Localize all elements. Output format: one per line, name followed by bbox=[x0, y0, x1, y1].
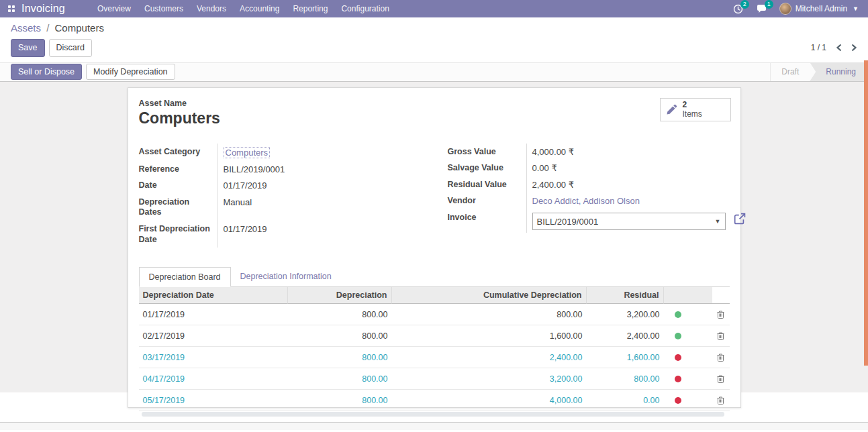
label-invoice: Invoice bbox=[448, 209, 526, 233]
table-row[interactable]: 05/17/2019800.004,000.000.00 bbox=[139, 390, 730, 411]
invoice-select[interactable]: BILL/2019/0001 ▼ bbox=[532, 213, 726, 230]
draft-status-dot bbox=[675, 397, 681, 404]
tab-depreciation-board[interactable]: Depreciation Board bbox=[139, 267, 231, 287]
control-panel: Assets / Computers Save Discard 1 / 1 bbox=[0, 17, 868, 62]
items-count: 2 bbox=[683, 100, 702, 109]
delete-row-button[interactable] bbox=[712, 390, 730, 411]
cell-spacer bbox=[692, 368, 712, 389]
vendor-link[interactable]: Deco Addict, Addison Olson bbox=[532, 196, 640, 206]
header-residual[interactable]: Residual bbox=[587, 287, 664, 304]
cell-cumulative-depreciation[interactable]: 1,600.00 bbox=[392, 325, 587, 346]
app-title[interactable]: Invoicing bbox=[21, 3, 65, 15]
cell-depreciation-date[interactable]: 01/17/2019 bbox=[139, 304, 288, 325]
pencil-icon bbox=[666, 104, 677, 115]
cell-residual[interactable]: 1,600.00 bbox=[587, 347, 664, 368]
cell-spacer bbox=[692, 325, 712, 346]
pager-next-icon[interactable] bbox=[851, 44, 857, 52]
breadcrumb-assets-link[interactable]: Assets bbox=[11, 22, 41, 34]
field-area: Asset Category Computers Reference BILL/… bbox=[139, 144, 730, 248]
status-step-running[interactable]: Running bbox=[810, 62, 868, 81]
menu-accounting[interactable]: Accounting bbox=[233, 0, 286, 17]
table-row[interactable]: 02/17/2019800.001,600.002,400.00 bbox=[139, 325, 730, 347]
vertical-scrollbar-thumb[interactable] bbox=[864, 60, 868, 366]
menu-configuration[interactable]: Configuration bbox=[334, 0, 395, 17]
main-menu: Overview Customers Vendors Accounting Re… bbox=[91, 0, 396, 17]
table-body: 01/17/2019800.00800.003,200.0002/17/2019… bbox=[139, 304, 730, 411]
messages-badge: 1 bbox=[765, 0, 773, 9]
menu-customers[interactable]: Customers bbox=[138, 0, 190, 17]
header-cumulative-depreciation[interactable]: Cumulative Depreciation bbox=[392, 287, 587, 304]
user-menu[interactable]: Mitchell Admin ▼ bbox=[775, 3, 863, 15]
breadcrumb-current: Computers bbox=[55, 22, 104, 34]
cell-depreciation-date[interactable]: 03/17/2019 bbox=[139, 347, 288, 368]
activity-clock-icon[interactable]: 2 bbox=[728, 3, 749, 15]
cell-cumulative-depreciation[interactable]: 2,400.00 bbox=[392, 347, 587, 368]
table-row[interactable]: 04/17/2019800.003,200.00800.00 bbox=[139, 368, 730, 390]
pager-previous-icon[interactable] bbox=[836, 44, 842, 52]
horizontal-scrollbar[interactable] bbox=[142, 412, 724, 417]
cell-cumulative-depreciation[interactable]: 800.00 bbox=[392, 304, 587, 325]
gross-value[interactable]: 4,000.00 ₹ bbox=[526, 144, 746, 160]
menu-reporting[interactable]: Reporting bbox=[286, 0, 334, 17]
page-bottom-divider bbox=[0, 422, 868, 430]
messages-icon[interactable]: 1 bbox=[751, 3, 773, 15]
cell-status bbox=[664, 390, 692, 411]
first-depreciation-date-value[interactable]: 01/17/2019 bbox=[218, 221, 434, 248]
cell-depreciation[interactable]: 800.00 bbox=[288, 390, 392, 411]
depreciation-dates-value[interactable]: Manual bbox=[218, 194, 434, 221]
asset-name-title[interactable]: Computers bbox=[139, 109, 730, 127]
cell-spacer bbox=[692, 347, 712, 368]
cell-depreciation-date[interactable]: 05/17/2019 bbox=[139, 390, 288, 411]
header-depreciation[interactable]: Depreciation bbox=[288, 287, 392, 304]
user-avatar bbox=[779, 3, 791, 15]
cell-depreciation-date[interactable]: 02/17/2019 bbox=[139, 325, 288, 346]
menu-overview[interactable]: Overview bbox=[91, 0, 138, 17]
apps-grid-icon[interactable] bbox=[8, 5, 15, 12]
invoice-value: BILL/2019/0001 bbox=[537, 217, 599, 227]
sell-or-dispose-button[interactable]: Sell or Dispose bbox=[11, 64, 82, 80]
header-depreciation-date[interactable]: Depreciation Date bbox=[139, 287, 288, 304]
cell-depreciation-date[interactable]: 04/17/2019 bbox=[139, 368, 288, 389]
trash-icon bbox=[717, 396, 724, 404]
tab-depreciation-information[interactable]: Depreciation Information bbox=[231, 267, 341, 287]
items-smart-button[interactable]: 2 Items bbox=[660, 98, 731, 121]
delete-row-button[interactable] bbox=[712, 325, 730, 346]
cell-depreciation[interactable]: 800.00 bbox=[288, 325, 392, 346]
delete-row-button[interactable] bbox=[712, 347, 730, 368]
menu-vendors[interactable]: Vendors bbox=[190, 0, 233, 17]
asset-form-sheet: Asset Name Computers 2 Items Asset Categ… bbox=[128, 87, 741, 408]
trash-icon bbox=[717, 353, 724, 362]
external-link-icon[interactable] bbox=[734, 213, 746, 225]
save-button[interactable]: Save bbox=[11, 39, 45, 57]
cell-depreciation[interactable]: 800.00 bbox=[288, 304, 392, 325]
navbar-right: 2 1 Mitchell Admin ▼ bbox=[728, 3, 863, 15]
trash-icon bbox=[717, 331, 724, 340]
delete-row-button[interactable] bbox=[712, 368, 730, 389]
trash-icon bbox=[717, 310, 724, 319]
posted-status-dot bbox=[675, 333, 681, 339]
table-row[interactable]: 01/17/2019800.00800.003,200.00 bbox=[139, 304, 730, 325]
cell-status bbox=[664, 347, 692, 368]
status-step-draft[interactable]: Draft bbox=[770, 62, 810, 81]
draft-status-dot bbox=[675, 376, 681, 382]
user-name: Mitchell Admin bbox=[795, 4, 847, 13]
residual-value[interactable]: 2,400.00 ₹ bbox=[526, 176, 746, 193]
delete-row-button[interactable] bbox=[712, 304, 730, 325]
cell-residual[interactable]: 800.00 bbox=[587, 368, 664, 389]
table-row[interactable]: 03/17/2019800.002,400.001,600.00 bbox=[139, 347, 730, 368]
cell-depreciation[interactable]: 800.00 bbox=[288, 368, 392, 389]
cell-cumulative-depreciation[interactable]: 3,200.00 bbox=[392, 368, 587, 389]
cell-depreciation[interactable]: 800.00 bbox=[288, 347, 392, 368]
cell-residual[interactable]: 0.00 bbox=[587, 390, 664, 411]
main-content: Asset Name Computers 2 Items Asset Categ… bbox=[0, 82, 868, 392]
reference-value[interactable]: BILL/2019/0001 bbox=[218, 161, 434, 178]
date-value[interactable]: 01/17/2019 bbox=[218, 177, 434, 194]
cell-cumulative-depreciation[interactable]: 4,000.00 bbox=[392, 390, 587, 411]
cell-residual[interactable]: 3,200.00 bbox=[587, 304, 664, 325]
salvage-value[interactable]: 0.00 ₹ bbox=[526, 160, 746, 176]
label-reference: Reference bbox=[139, 161, 218, 178]
modify-depreciation-button[interactable]: Modify Depreciation bbox=[86, 64, 175, 80]
asset-category-value[interactable]: Computers bbox=[224, 147, 271, 158]
discard-button[interactable]: Discard bbox=[49, 39, 92, 57]
cell-residual[interactable]: 2,400.00 bbox=[587, 325, 664, 346]
